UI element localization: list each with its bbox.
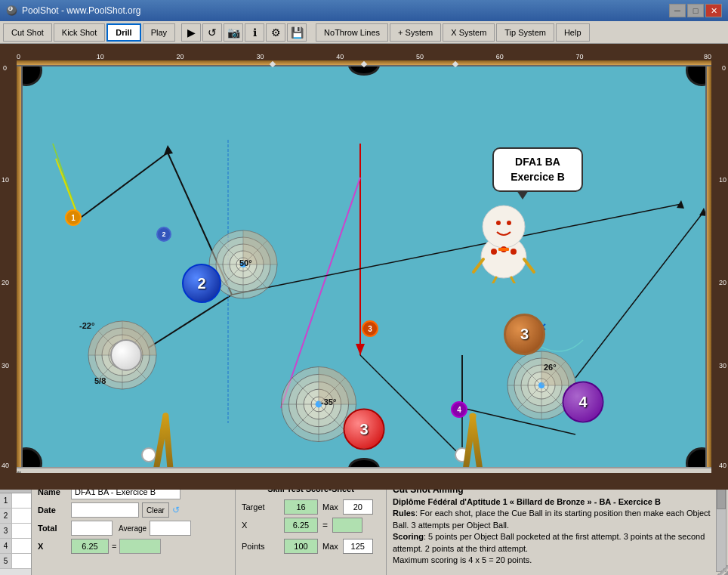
ruler-right-30: 30: [719, 362, 726, 369]
ruler-left-40: 40: [2, 462, 9, 469]
ruler-top-0: 0: [17, 53, 20, 60]
average-input[interactable]: [150, 521, 191, 536]
play-button[interactable]: Play: [143, 23, 175, 42]
clear-icon: ↺: [172, 505, 180, 515]
close-button[interactable]: ✕: [705, 4, 722, 17]
svg-line-45: [292, 378, 345, 431]
ruler-right-10: 10: [719, 176, 726, 184]
tip-system-button[interactable]: Tip System: [496, 23, 554, 42]
svg-point-39: [288, 374, 348, 434]
svg-point-52: [535, 379, 548, 392]
skill-section: Skill Test Score-Sheet Target Max X = Po…: [236, 481, 387, 575]
name-section: Name Date Clear ↺ Total Average X =: [32, 481, 236, 575]
ruler-right-20: 20: [719, 279, 726, 286]
x-system-button[interactable]: X System: [443, 23, 495, 42]
play-icon-button[interactable]: ▶: [181, 23, 201, 42]
date-input[interactable]: [71, 502, 139, 518]
equals-label: =: [112, 542, 116, 551]
angle-label-4: 26°: [544, 363, 557, 372]
toolbar: Cut Shot Kick Shot Drill Play ▶ ↺ 📷 ℹ ⚙ …: [0, 21, 728, 44]
svg-line-65: [474, 259, 483, 272]
ball-4-indicator: 4: [451, 401, 467, 418]
svg-line-13: [462, 408, 575, 434]
maximize-button[interactable]: □: [687, 4, 704, 17]
score-val-1: [12, 493, 31, 508]
no-throw-button[interactable]: NoThrow Lines: [316, 23, 388, 42]
svg-marker-3: [164, 145, 173, 155]
svg-line-56: [517, 361, 566, 410]
title-bar: 🎱 PoolShot - www.PoolShot.org ─ □ ✕: [0, 0, 728, 21]
score-num-4: 4: [0, 539, 12, 553]
plus-system-button[interactable]: + System: [390, 23, 441, 42]
total-label: Total: [38, 524, 68, 533]
svg-point-59: [483, 206, 525, 248]
svg-rect-69: [498, 248, 509, 251]
equals-label-2: =: [322, 520, 328, 530]
score-row-4: 4: [0, 539, 31, 554]
speech-bubble: DFA1 BA Exercice B: [492, 147, 583, 192]
svg-point-62: [491, 249, 497, 255]
score-num-5: 5: [0, 554, 12, 568]
max-value-1[interactable]: [343, 499, 373, 515]
svg-line-55: [517, 361, 566, 410]
drill-button[interactable]: Drill: [106, 23, 140, 42]
points-label: Points: [242, 542, 279, 551]
clear-button[interactable]: Clear: [142, 502, 169, 518]
ball-1-indicator: 1: [65, 209, 82, 226]
svg-point-51: [528, 372, 555, 399]
x-value-input[interactable]: [71, 539, 109, 554]
ruler-top-60: 60: [496, 53, 504, 60]
ruler-left-30: 30: [2, 362, 9, 369]
score-row-3: 3: [0, 524, 31, 539]
app-title: PoolShot - www.PoolShot.org: [22, 5, 140, 16]
help-button[interactable]: Help: [556, 23, 590, 42]
cue-stick-2: [162, 413, 174, 473]
kick-shot-button[interactable]: Kick Shot: [54, 23, 105, 42]
ball-2-indicator: 2: [156, 227, 171, 242]
score-num-2: 2: [0, 509, 12, 523]
score-row-5: 5: [0, 554, 31, 569]
rules-label: Rules: [393, 509, 415, 518]
ball-3-indicator: 3: [362, 320, 378, 337]
score-row-2: 2: [0, 509, 31, 524]
svg-line-67: [491, 277, 496, 283]
date-label: Date: [38, 505, 68, 515]
score-val-4: [12, 539, 31, 553]
scrollbar-thumb[interactable]: [717, 487, 726, 509]
app-icon: 🎱: [6, 5, 17, 16]
angle-label-fraction: 5/8: [94, 376, 106, 385]
points-input[interactable]: [284, 539, 318, 554]
settings-icon-button[interactable]: ⚙: [266, 23, 285, 42]
minimize-button[interactable]: ─: [669, 4, 686, 17]
ruler-top-20: 20: [177, 53, 184, 60]
save-icon-button[interactable]: 💾: [287, 23, 307, 42]
svg-point-63: [501, 246, 507, 252]
max-value-2[interactable]: [343, 539, 373, 554]
cut-shot-button[interactable]: Cut Shot: [3, 23, 52, 42]
ball-2: 2: [182, 264, 221, 303]
svg-marker-17: [677, 200, 684, 209]
refresh-icon-button[interactable]: ↺: [202, 23, 222, 42]
desc-text: Diplôme Fédéral d'Aptitude 1 « Billard d…: [393, 496, 722, 566]
x-result-input[interactable]: [332, 518, 362, 533]
cue-ball-1: [110, 339, 142, 371]
svg-point-57: [538, 382, 544, 388]
resize-handle[interactable]: [717, 564, 728, 575]
ruler-top-30: 30: [256, 53, 264, 60]
scrollbar[interactable]: [716, 484, 726, 572]
svg-line-16: [232, 204, 681, 295]
equals-result-input[interactable]: [119, 539, 161, 554]
pool-table: 0 10 20 30 40 50 60 70 80 0 10 20 30 40 …: [0, 44, 728, 490]
score-num-3: 3: [0, 524, 12, 538]
total-input[interactable]: [71, 521, 113, 536]
target-input[interactable]: [284, 499, 318, 515]
svg-point-64: [511, 249, 517, 255]
svg-point-49: [514, 358, 569, 413]
ruler-top-10: 10: [97, 53, 104, 60]
ruler-left-20: 20: [2, 279, 9, 286]
camera-icon-button[interactable]: 📷: [224, 23, 243, 42]
info-icon-button[interactable]: ℹ: [245, 23, 264, 42]
rules-text: : For each shot, place the Cue Ball in i…: [393, 509, 711, 529]
target-label: Target: [242, 502, 279, 512]
x-value-2-input[interactable]: [284, 518, 318, 533]
